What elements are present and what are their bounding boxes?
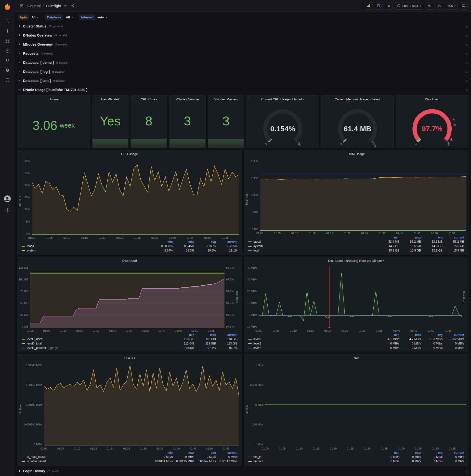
- dashboard-settings-button[interactable]: [385, 2, 392, 10]
- legend-col-avg[interactable]: avg: [195, 240, 217, 244]
- dashboards-icon[interactable]: [2, 36, 13, 46]
- panel-title[interactable]: Has MNode?: [101, 97, 119, 101]
- cycle-view-button[interactable]: [460, 2, 468, 10]
- legend-col-min[interactable]: min: [173, 333, 195, 337]
- panel-info-icon[interactable]: i: [246, 355, 246, 358]
- legend-col-current[interactable]: current: [443, 236, 465, 239]
- legend-col-avg[interactable]: avg: [195, 451, 217, 455]
- refresh-button[interactable]: [436, 2, 443, 10]
- row-mnodes-overview[interactable]: MNodes Overview (2 panels) ⩿: [17, 41, 469, 48]
- drag-handle-icon[interactable]: ⩿: [465, 24, 468, 28]
- legend-series-name[interactable]: total: [253, 249, 259, 252]
- panel-title[interactable]: Current CPU Usage of taosd: [261, 97, 302, 101]
- plot-area[interactable]: [44, 364, 239, 446]
- panel-title[interactable]: Current Memory Usage of taosd: [335, 97, 380, 101]
- panel-title[interactable]: VNodes Number: [176, 97, 199, 101]
- plot-area[interactable]: [265, 364, 466, 446]
- panel-title[interactable]: RAM Usage: [348, 152, 365, 156]
- panel-info-icon[interactable]: i: [209, 96, 210, 99]
- legend-col-min[interactable]: min: [152, 240, 173, 244]
- create-plus-icon[interactable]: [2, 26, 13, 36]
- legend-series-name[interactable]: io_write_taosd: [27, 459, 46, 463]
- legend-series-name[interactable]: level0_used: [27, 337, 42, 341]
- grafana-logo[interactable]: [3, 2, 12, 11]
- panel-info-icon[interactable]: i: [19, 151, 19, 153]
- legend-col-min[interactable]: min: [379, 236, 400, 239]
- panel-title[interactable]: VNodes Masters: [214, 97, 238, 101]
- legend-col-current[interactable]: current: [217, 240, 238, 244]
- avatar[interactable]: [4, 195, 11, 203]
- legend-series-name[interactable]: level0_total: [27, 342, 42, 345]
- legend-series-name[interactable]: level0: [253, 337, 261, 341]
- legend-series-name[interactable]: system: [27, 249, 36, 252]
- net-chart[interactable]: IO Rate1 Mb/s0.500 Mb/s0 Mb/s-0.50 Mb/s-…: [244, 362, 468, 450]
- drag-handle-icon[interactable]: ⩿: [465, 42, 468, 46]
- panel-info-icon[interactable]: i: [397, 96, 398, 99]
- row-dnodes-overview[interactable]: DNodes Overview (4 panels) ⩿: [17, 32, 469, 39]
- legend-col-current[interactable]: current: [217, 451, 238, 455]
- legend-col-avg[interactable]: avg: [422, 451, 443, 455]
- plot-area[interactable]: [259, 266, 462, 328]
- server-admin-shield-icon[interactable]: [2, 75, 13, 85]
- legend-series-name[interactable]: level2: [253, 346, 261, 350]
- panel-info-icon[interactable]: i: [19, 96, 19, 99]
- legend-series-name[interactable]: system: [253, 244, 263, 248]
- variable-interval-dropdown[interactable]: auto▾: [95, 14, 109, 20]
- row-database-test[interactable]: Database: [ test ] (5 panels) ⩿: [17, 77, 469, 85]
- row-dnode-usage[interactable]: DNode Usage [ huolinhe-TM1701:6030 ] ⩿: [17, 86, 469, 93]
- legend-series-name[interactable]: taosd: [253, 240, 261, 243]
- drag-handle-icon[interactable]: ⩿: [465, 61, 468, 65]
- legend-col-max[interactable]: max: [400, 451, 422, 455]
- panel-info-icon[interactable]: i: [19, 258, 19, 260]
- panel-title[interactable]: Disk Used: [122, 259, 137, 263]
- legend-series-name[interactable]: taosd: [27, 244, 34, 248]
- share-icon[interactable]: [69, 2, 76, 9]
- drag-handle-icon[interactable]: ⩿: [465, 88, 468, 92]
- refresh-interval-picker[interactable]: 30s ▾: [446, 2, 458, 10]
- legend-series-name[interactable]: io_read_taosd: [27, 455, 45, 459]
- add-panel-button[interactable]: [365, 2, 372, 10]
- time-range-picker[interactable]: Last 1 hour ▾: [395, 2, 423, 10]
- panel-info-icon[interactable]: i: [19, 355, 19, 358]
- panel-info-icon[interactable]: i: [132, 96, 133, 99]
- panel-info-icon[interactable]: i: [323, 96, 323, 99]
- disk-used-chart[interactable]: 125 GiB100 GiB75 GiB50 GiB25 GiB0 GiB01:…: [17, 264, 242, 332]
- disk-rate-chart[interactable]: 40 MB/s30 MB/s20 MB/s10 MB/s0 MB/s-10 MB…: [244, 264, 468, 332]
- breadcrumb-title[interactable]: TDinsight: [46, 4, 61, 8]
- legend-col-min[interactable]: min: [379, 451, 400, 455]
- plot-area[interactable]: [260, 159, 466, 231]
- drag-handle-icon[interactable]: ⩿: [465, 33, 468, 37]
- drag-handle-icon[interactable]: ⩿: [465, 469, 468, 473]
- legend-col-current[interactable]: current: [217, 333, 238, 337]
- legend-col-max[interactable]: max: [195, 333, 217, 337]
- disk-io-chart[interactable]: IO Rate0.00200 MB/s0.00150 MB/s0.00100 M…: [17, 362, 242, 450]
- legend-col-max[interactable]: max: [400, 333, 422, 337]
- cpu-usage-chart[interactable]: 使用占比30%25%20%15%10%5%0%01:0001:0501:1001…: [17, 157, 242, 239]
- star-icon[interactable]: ☆: [64, 3, 67, 8]
- plot-area[interactable]: [30, 266, 224, 328]
- legend-col-max[interactable]: max: [173, 240, 195, 244]
- save-dashboard-button[interactable]: [375, 2, 383, 10]
- panel-menu-caret-icon[interactable]: ▾: [383, 259, 384, 262]
- drag-handle-icon[interactable]: ⩿: [465, 70, 468, 74]
- panel-title[interactable]: Net: [354, 356, 359, 360]
- legend-col-current[interactable]: current: [443, 333, 465, 337]
- panel-title[interactable]: Uptime: [49, 97, 59, 101]
- breadcrumb-section[interactable]: General: [28, 4, 40, 8]
- alerting-bell-icon[interactable]: [2, 55, 13, 65]
- configuration-gear-icon[interactable]: [2, 65, 13, 75]
- drag-handle-icon[interactable]: ⩿: [465, 51, 468, 55]
- row-login-history[interactable]: Login History (1 panel) ⩿: [17, 467, 469, 475]
- apps-grid-icon[interactable]: [18, 2, 25, 9]
- panel-title[interactable]: Disk IO: [124, 356, 135, 360]
- row-cluster-status[interactable]: Cluster Status (21 panels) ⩿: [17, 23, 469, 30]
- row-database-demo[interactable]: Database: [ demo ] (5 panels) ⩿: [17, 59, 469, 66]
- legend-col-max[interactable]: max: [173, 451, 195, 455]
- panel-info-icon[interactable]: i: [171, 96, 171, 99]
- plot-area[interactable]: [32, 159, 239, 235]
- panel-title[interactable]: Disk Used: [425, 97, 439, 101]
- panel-info-icon[interactable]: i: [246, 258, 246, 260]
- panel-title[interactable]: Disk Used Increasing Rate per Minute: [328, 259, 382, 263]
- legend-col-min[interactable]: min: [152, 451, 173, 455]
- legend-col-avg[interactable]: avg: [422, 236, 443, 239]
